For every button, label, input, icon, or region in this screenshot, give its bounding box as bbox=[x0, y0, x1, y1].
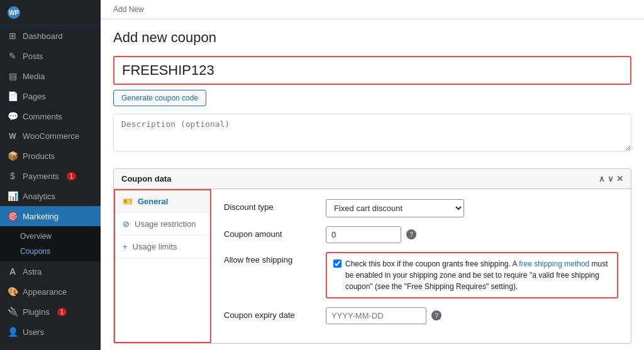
sidebar-item-label: Astra bbox=[23, 267, 42, 276]
sidebar: WP ⊞ Dashboard ✎ Posts ▤ Media 📄 Pages 💬… bbox=[0, 0, 101, 350]
posts-icon: ✎ bbox=[8, 51, 18, 61]
close-icon[interactable]: ✕ bbox=[616, 174, 623, 183]
astra-icon: A bbox=[8, 266, 18, 276]
sidebar-item-comments[interactable]: 💬 Comments bbox=[0, 106, 101, 126]
coupon-data-section: Coupon data ∧ ∨ ✕ 🎫 General ⊘ Usage re bbox=[113, 168, 631, 344]
usage-limits-icon: + bbox=[123, 242, 128, 251]
sidebar-item-payments[interactable]: $ Payments 1 bbox=[0, 166, 101, 186]
free-shipping-checkbox[interactable] bbox=[333, 260, 341, 268]
plugins-icon: 🔌 bbox=[8, 307, 18, 317]
tab-general-label: General bbox=[138, 197, 168, 206]
plugins-badge: 1 bbox=[57, 308, 67, 316]
sidebar-item-appearance[interactable]: 🎨 Appearance bbox=[0, 282, 101, 302]
coupon-data-header: Coupon data ∧ ∨ ✕ bbox=[114, 169, 631, 189]
coupon-expiry-help-icon[interactable]: ? bbox=[431, 310, 441, 320]
free-shipping-check-row: Check this box if the coupon grants free… bbox=[333, 258, 611, 292]
analytics-icon: 📊 bbox=[8, 191, 18, 201]
coupon-amount-row: Coupon amount ? bbox=[224, 226, 618, 243]
sidebar-item-label: Posts bbox=[23, 52, 43, 61]
main-content: Add New Add new coupon Generate coupon c… bbox=[101, 0, 644, 350]
sidebar-item-woocommerce[interactable]: W WooCommerce bbox=[0, 126, 101, 146]
coupon-expiry-row: Coupon expiry date ? bbox=[224, 307, 618, 324]
sidebar-item-label: Appearance bbox=[23, 287, 67, 297]
allow-free-shipping-row: Allow free shipping Check this box if th… bbox=[224, 252, 618, 298]
comments-icon: 💬 bbox=[8, 111, 18, 121]
coupon-general-fields: Discount type Percentage discount Fixed … bbox=[211, 189, 631, 343]
sidebar-item-pages[interactable]: 📄 Pages bbox=[0, 86, 101, 106]
free-shipping-text: Check this box if the coupon grants free… bbox=[345, 258, 611, 292]
sidebar-item-label: Marketing bbox=[23, 212, 58, 221]
page-title: Add new coupon bbox=[113, 30, 631, 46]
sidebar-item-media[interactable]: ▤ Media bbox=[0, 66, 101, 86]
content-area: Add new coupon Generate coupon code Coup… bbox=[101, 19, 644, 350]
sidebar-item-label: Media bbox=[23, 72, 45, 81]
coupon-data-title: Coupon data bbox=[121, 174, 171, 183]
pages-icon: 📄 bbox=[8, 91, 18, 101]
free-shipping-text-before: Check this box if the coupon grants free… bbox=[345, 260, 519, 268]
sidebar-item-label: WooCommerce bbox=[23, 131, 79, 141]
sidebar-item-marketing[interactable]: 🎯 Marketing bbox=[0, 206, 101, 226]
sidebar-item-label: Analytics bbox=[23, 192, 55, 201]
topbar: Add New bbox=[101, 0, 644, 19]
chevron-down-icon[interactable]: ∨ bbox=[608, 174, 614, 183]
breadcrumb: Add New bbox=[113, 5, 144, 14]
sidebar-item-plugins[interactable]: 🔌 Plugins 1 bbox=[0, 302, 101, 322]
discount-type-label: Discount type bbox=[224, 199, 318, 212]
coupon-amount-label: Coupon amount bbox=[224, 226, 318, 239]
sidebar-item-label: Plugins bbox=[23, 307, 50, 317]
payments-badge: 1 bbox=[67, 172, 77, 180]
coupon-amount-help-icon[interactable]: ? bbox=[406, 229, 416, 239]
discount-type-select[interactable]: Percentage discount Fixed cart discount … bbox=[326, 199, 464, 217]
wp-logo-icon: WP bbox=[8, 6, 20, 19]
sidebar-item-label: Users bbox=[23, 327, 44, 337]
sidebar-item-label: Payments bbox=[23, 172, 59, 181]
sidebar-item-label: Products bbox=[23, 151, 55, 161]
products-icon: 📦 bbox=[8, 151, 18, 161]
coupon-expiry-label: Coupon expiry date bbox=[224, 307, 318, 320]
coupon-expiry-control: ? bbox=[326, 307, 618, 324]
free-shipping-box: Check this box if the coupon grants free… bbox=[326, 252, 618, 298]
marketing-icon: 🎯 bbox=[8, 211, 18, 221]
allow-free-shipping-control: Check this box if the coupon grants free… bbox=[326, 252, 618, 298]
coupon-code-input[interactable] bbox=[113, 56, 631, 85]
sidebar-item-label: Comments bbox=[23, 112, 62, 121]
coupon-expiry-input[interactable] bbox=[326, 307, 426, 324]
sidebar-item-label: Pages bbox=[23, 92, 46, 101]
sidebar-item-label: Dashboard bbox=[23, 31, 63, 41]
free-shipping-link[interactable]: free shipping method bbox=[519, 260, 589, 268]
generate-coupon-button[interactable]: Generate coupon code bbox=[113, 90, 206, 106]
tab-general[interactable]: 🎫 General bbox=[115, 190, 210, 213]
coupon-amount-input[interactable] bbox=[326, 226, 401, 243]
appearance-icon: 🎨 bbox=[8, 287, 18, 297]
description-textarea[interactable] bbox=[113, 114, 631, 151]
woo-icon: W bbox=[8, 132, 18, 141]
sidebar-item-overview[interactable]: Overview bbox=[0, 229, 101, 244]
payments-icon: $ bbox=[8, 171, 18, 181]
tab-usage-restriction-label: Usage restriction bbox=[135, 219, 196, 229]
discount-type-row: Discount type Percentage discount Fixed … bbox=[224, 199, 618, 217]
general-tab-icon: 🎫 bbox=[123, 197, 133, 206]
chevron-up-icon[interactable]: ∧ bbox=[599, 174, 605, 183]
coupon-tabs: 🎫 General ⊘ Usage restriction + Usage li… bbox=[114, 189, 211, 343]
sidebar-item-coupons[interactable]: Coupons bbox=[0, 244, 101, 259]
discount-type-control: Percentage discount Fixed cart discount … bbox=[326, 199, 618, 217]
coupon-amount-control: ? bbox=[326, 226, 618, 243]
marketing-submenu: Overview Coupons bbox=[0, 226, 101, 261]
sidebar-item-posts[interactable]: ✎ Posts bbox=[0, 46, 101, 66]
usage-restriction-icon: ⊘ bbox=[123, 219, 130, 229]
tab-usage-restriction[interactable]: ⊘ Usage restriction bbox=[115, 213, 210, 236]
tab-usage-limits-label: Usage limits bbox=[133, 242, 177, 251]
tab-usage-limits[interactable]: + Usage limits bbox=[115, 236, 210, 258]
sidebar-item-astra[interactable]: A Astra bbox=[0, 261, 101, 282]
users-icon: 👤 bbox=[8, 327, 18, 337]
coupon-data-controls: ∧ ∨ ✕ bbox=[599, 174, 623, 183]
sidebar-item-products[interactable]: 📦 Products bbox=[0, 146, 101, 166]
coupon-data-body: 🎫 General ⊘ Usage restriction + Usage li… bbox=[114, 189, 631, 343]
sidebar-item-users[interactable]: 👤 Users bbox=[0, 322, 101, 342]
media-icon: ▤ bbox=[8, 71, 18, 81]
sidebar-item-analytics[interactable]: 📊 Analytics bbox=[0, 186, 101, 206]
allow-free-shipping-label: Allow free shipping bbox=[224, 252, 318, 265]
sidebar-logo: WP bbox=[0, 0, 101, 26]
sidebar-item-dashboard[interactable]: ⊞ Dashboard bbox=[0, 26, 101, 46]
dashboard-icon: ⊞ bbox=[8, 31, 18, 41]
